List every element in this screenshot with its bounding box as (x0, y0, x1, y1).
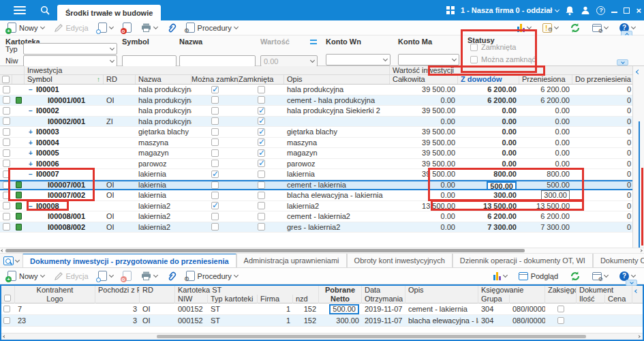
calkowita-cell[interactable]: 0.00 (390, 222, 458, 233)
rd-cell[interactable] (104, 85, 136, 95)
calkowita-cell[interactable]: 0.00 (390, 117, 458, 127)
symbol-cell[interactable]: I00008/002 (25, 222, 104, 233)
print-button[interactable] (138, 22, 161, 33)
table-row[interactable]: −I00007 lakiernia lakiernia 39 500.00 80… (0, 169, 632, 180)
column-header-typ-kartoteki[interactable]: Typ kartoteki (208, 295, 258, 303)
nazwa-cell[interactable]: hala produkcyjna (136, 95, 191, 106)
niw-cell[interactable]: 000152 (175, 303, 208, 314)
column-header-niw[interactable]: NIW (175, 295, 208, 303)
zaksiegowana-checkbox[interactable] (557, 306, 564, 312)
row-checkbox[interactable] (3, 149, 10, 157)
calkowita-cell[interactable]: 0.00 (390, 95, 458, 106)
indicators-button[interactable]: !⚙ (539, 22, 562, 34)
opis-cell[interactable]: parowoz (284, 159, 390, 169)
column-header-firma[interactable]: Firma (258, 295, 293, 303)
row-checkbox[interactable] (3, 86, 10, 93)
hamburger-menu-icon[interactable] (14, 6, 26, 14)
przeniesiona-cell[interactable]: 0.00 (555, 106, 570, 116)
table-row[interactable]: I00007/001 OI lakiernia cement - lakiern… (0, 180, 632, 191)
calkowita-cell[interactable]: 39 500.00 (390, 106, 458, 116)
calkowita-cell[interactable]: 0.00 (390, 181, 458, 190)
scroll-right-icon[interactable] (639, 249, 642, 252)
z-dowodow-cell[interactable]: 800.00 (493, 169, 517, 179)
konto-wn-select[interactable] (326, 54, 390, 65)
table-row[interactable]: 7 3 OI 000152 ST 1 152 500.00 2019-11-07… (1, 303, 643, 315)
opis-cell[interactable]: maszyna (284, 138, 390, 148)
chart-button[interactable] (490, 270, 510, 282)
row-checkbox[interactable] (3, 181, 10, 189)
zamknieta-checkbox[interactable] (258, 160, 265, 167)
nazwa-cell[interactable]: lakiernia2 (136, 201, 191, 211)
opis-cell[interactable]: blacha elewacyjna - lakiernia (405, 315, 478, 326)
calkowita-cell[interactable]: 39 500.00 (390, 159, 458, 169)
rd-cell[interactable] (104, 201, 136, 211)
data-otrzymania-cell[interactable]: 2019-11-07 (362, 303, 405, 314)
opis-cell[interactable]: lakiernia (284, 169, 390, 179)
mozna-zamknac-checkbox[interactable] (211, 202, 219, 209)
zamknieta-checkbox[interactable] (258, 86, 265, 93)
symbol-cell[interactable]: −I00007 (25, 169, 104, 179)
rd-cell[interactable] (104, 106, 136, 116)
z-dowodow-cell[interactable]: 0.00 (502, 127, 517, 137)
typ-kartoteki-cell[interactable]: ST (208, 315, 258, 326)
z-dowodow-cell[interactable]: 6 200.00 (487, 95, 517, 106)
calkowita-cell[interactable]: 39 500.00 (390, 127, 458, 137)
procedures-button[interactable]: ⚙ Procedury (183, 21, 241, 34)
column-header-mozna-zamknac[interactable]: Można zamknąć (191, 75, 239, 84)
table-row[interactable]: I00008/001 OI lakiernia2 cement - lakier… (0, 211, 632, 222)
table-row[interactable]: +I00004 maszyna maszyna 39 500.00 0.00 0… (0, 138, 632, 149)
row-checkbox[interactable] (3, 213, 10, 220)
firma-cell[interactable]: 1 (258, 315, 293, 326)
data-otrzymania-cell[interactable]: 2019-11-07 (362, 315, 405, 326)
nazwa-cell[interactable]: lakiernia (136, 190, 191, 201)
row-checkbox[interactable] (3, 306, 10, 312)
table-row[interactable]: I00008/002 OI lakiernia2 gres - lakierni… (0, 222, 632, 233)
do-przeniesienia-cell[interactable]: 0 (572, 159, 632, 169)
z-dowodow-cell[interactable]: 6 200.00 (487, 85, 517, 95)
delete-button[interactable]: o (119, 21, 135, 34)
z-dowodow-cell[interactable]: 300.00 (493, 190, 517, 201)
symbol-cell[interactable]: I00002/001 (25, 117, 104, 127)
nazwa-cell[interactable]: lakiernia2 (136, 222, 191, 233)
user-icon[interactable] (581, 5, 590, 15)
column-header-przeniesiona[interactable]: Przeniesiona (519, 75, 572, 84)
dokument-ksiegowy-cell[interactable]: 080/I00007 (510, 315, 545, 326)
edit-button[interactable]: Edycja (50, 270, 92, 282)
column-header-cena[interactable]: Cena (605, 295, 632, 303)
calkowita-cell[interactable]: 39 500.00 (390, 85, 458, 95)
symbol-cell[interactable]: −I00002 (25, 106, 104, 116)
nazwa-cell[interactable]: hala produkcyjna (136, 85, 191, 95)
mozna-zamknac-checkbox[interactable] (211, 107, 219, 115)
table-row[interactable]: I00007/002 OI lakiernia blacha elewacyjn… (0, 190, 632, 201)
open-search-button[interactable] (95, 21, 117, 34)
company-selector[interactable]: 1 - Nasza firma 0 - oddział (461, 6, 559, 14)
opis-cell[interactable]: gres - lakiernia2 (284, 222, 390, 233)
column-header-z-dowodow[interactable]: Z dowodów (458, 75, 519, 84)
scroll-left-icon[interactable] (1, 249, 3, 252)
z-dowodow-cell[interactable]: 6 200.00 (487, 211, 517, 222)
column-header-zamknieta[interactable]: Zamknięta (239, 75, 284, 84)
column-header-pochodzi-z-fk[interactable]: Pochodzi z FK (95, 286, 140, 295)
horizontal-scrollbar[interactable] (1, 333, 643, 340)
window-tab[interactable]: Środki trwałe w budowie (57, 5, 161, 20)
chevron-left-icon[interactable] (634, 289, 639, 293)
opis-cell[interactable] (284, 117, 390, 127)
select-all-checkbox[interactable] (4, 295, 11, 301)
do-przeniesienia-cell[interactable]: 0 (572, 138, 632, 148)
maximize-icon[interactable] (624, 8, 630, 14)
z-dowodow-cell[interactable]: 0.00 (502, 106, 517, 116)
mozna-zamknac-checkbox[interactable] (211, 138, 219, 146)
mozna-zamknac-checkbox[interactable] (211, 170, 219, 178)
calkowita-cell[interactable]: 13 500.00 (390, 201, 458, 211)
close-icon[interactable]: × (636, 6, 641, 15)
do-przeniesienia-cell[interactable]: 0 (572, 222, 632, 233)
column-header-opis[interactable]: Opis (284, 75, 390, 84)
row-checkbox[interactable] (3, 170, 10, 178)
kontrahent-cell[interactable]: 23 (15, 315, 95, 326)
nazwa-cell[interactable]: giętarka blachy (136, 127, 191, 137)
zaksiegowana-checkbox[interactable] (557, 317, 564, 324)
calkowita-cell[interactable]: 39 500.00 (390, 169, 458, 179)
zamknieta-checkbox[interactable] (258, 107, 265, 115)
status-mozna-checkbox[interactable]: Można zamknąć (470, 55, 536, 63)
scrollbar-thumb[interactable] (157, 335, 586, 338)
